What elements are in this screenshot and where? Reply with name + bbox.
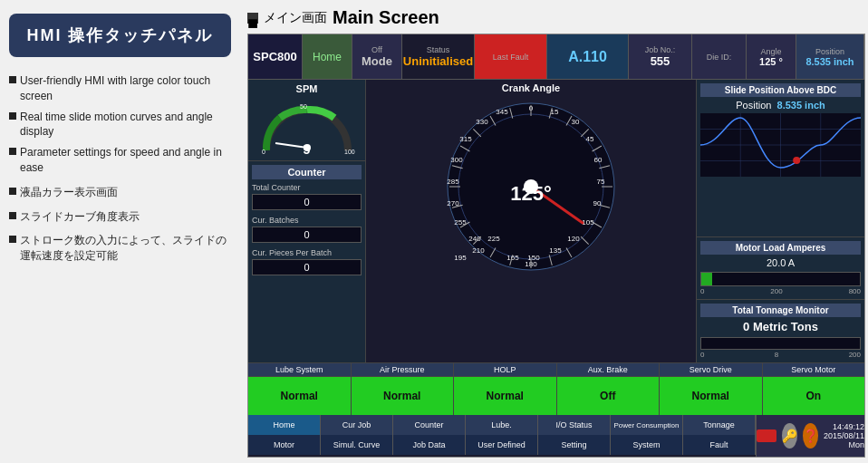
- nav-system[interactable]: System: [611, 435, 683, 455]
- servo-drive-value: Normal: [660, 377, 762, 415]
- red-indicator: [757, 429, 776, 442]
- spm-section: SPM 0 100 50: [248, 80, 365, 161]
- spm-gauge: 0 100 50 5: [257, 98, 357, 157]
- slide-pos-value: Position 8.535 inch: [700, 100, 861, 111]
- nav-power[interactable]: Power Consumption: [611, 415, 683, 435]
- bullet-sq-1: [9, 76, 16, 83]
- motor-bar: [700, 272, 861, 286]
- timestamp: 14:49:12 2015/08/11 Mon: [824, 422, 864, 449]
- total-counter-value[interactable]: 0: [252, 194, 362, 210]
- svg-text:195: 195: [454, 254, 467, 262]
- nav-fault[interactable]: Fault: [683, 435, 756, 455]
- pieces-value[interactable]: 0: [252, 259, 362, 275]
- nav-tonnage[interactable]: Tonnage: [683, 415, 756, 435]
- tonnage-title: Total Tonnage Monitor: [700, 304, 861, 317]
- svg-text:120: 120: [567, 235, 580, 243]
- pieces-label: Cur. Pieces Per Batch: [252, 248, 362, 257]
- crank-gauge-svg: 0 15 30 45 60 75 90: [440, 96, 622, 277]
- nav-row-1: Home Cur Job Counter Lube. I/O Status Po…: [248, 415, 756, 435]
- key-icon[interactable]: 🔑: [782, 423, 797, 449]
- holp-value: Normal: [454, 377, 556, 415]
- die-id-cell: Die ID:: [692, 34, 747, 79]
- motor-section: Motor Load Amperes 20.0 A 0 200 800: [697, 237, 864, 300]
- screen-header: ■ メイン画面 Main Screen: [247, 7, 865, 28]
- col-middle: Crank Angle 0 15: [366, 80, 697, 362]
- spm-title: SPM: [296, 83, 318, 94]
- svg-text:0: 0: [262, 149, 265, 155]
- header-jp-text: メイン画面: [264, 10, 327, 26]
- svg-text:315: 315: [459, 135, 472, 143]
- motor-title: Motor Load Amperes: [700, 241, 861, 255]
- nav-lube[interactable]: Lube.: [466, 415, 538, 435]
- counter-title: Counter: [252, 165, 362, 179]
- brake-value: Off: [557, 377, 660, 415]
- svg-text:300: 300: [450, 156, 463, 164]
- nav-row-2: Motor Simul. Curve Job Data User Defined…: [248, 435, 756, 455]
- col-left: SPM 0 100 50: [248, 80, 366, 362]
- batches-value[interactable]: 0: [252, 227, 362, 243]
- nav-setting[interactable]: Setting: [538, 435, 611, 455]
- last-fault-cell: Last Fault: [475, 34, 547, 79]
- bullet-sq-3: [9, 148, 16, 155]
- motor-bar-labels: 0 200 800: [700, 287, 861, 295]
- spc800-label: SPC800: [248, 34, 303, 79]
- status-cell: Status Uninitialised: [402, 34, 475, 79]
- bullet-sq-6: [9, 236, 16, 243]
- servo-motor-title: Servo Motor: [763, 363, 865, 377]
- svg-text:100: 100: [344, 149, 355, 155]
- a110-cell: A.110: [547, 34, 629, 79]
- home-button[interactable]: Home: [303, 34, 352, 79]
- help-icon[interactable]: ❓: [803, 423, 818, 449]
- svg-text:285: 285: [447, 178, 459, 186]
- svg-text:45: 45: [586, 135, 594, 143]
- nav-job-data[interactable]: Job Data: [393, 435, 466, 455]
- status-servo-motor: Servo Motor On: [763, 363, 865, 415]
- left-panel: HMI 操作タッチパネル User-friendly HMI with larg…: [0, 0, 240, 463]
- status-holp: HOLP Normal: [454, 363, 557, 415]
- svg-text:330: 330: [476, 118, 488, 126]
- nav-home[interactable]: Home: [248, 415, 321, 435]
- screen-title: Main Screen: [333, 7, 439, 28]
- nav-motor[interactable]: Motor: [248, 435, 321, 455]
- lube-value: Normal: [248, 377, 351, 415]
- crank-gauge: 0 15 30 45 60 75 90: [440, 96, 622, 277]
- svg-text:90: 90: [593, 199, 602, 207]
- bottom-right: 🔑 ❓ 14:49:12 2015/08/11 Mon: [756, 415, 864, 457]
- svg-text:60: 60: [594, 156, 603, 164]
- middle-row: SPM 0 100 50: [248, 80, 864, 362]
- slide-pos-section: Slide Position Above BDC Position 8.535 …: [697, 80, 864, 237]
- nav-simul[interactable]: Simul. Curve: [321, 435, 393, 455]
- status-air: Air Pressure Normal: [352, 363, 455, 415]
- air-value: Normal: [352, 377, 454, 415]
- svg-text:50: 50: [300, 103, 307, 110]
- counter-section: Counter Total Counter 0 Cur. Batches 0 C…: [248, 161, 365, 362]
- svg-text:125°: 125°: [510, 182, 552, 205]
- col-right: Slide Position Above BDC Position 8.535 …: [697, 80, 864, 362]
- bullet-sq-4: [9, 188, 16, 195]
- bullet-4: 液晶カラー表示画面: [9, 185, 231, 200]
- position-cell: Position 8.535 inch: [796, 34, 864, 79]
- total-counter-field: Total Counter 0: [252, 183, 362, 210]
- bullet-1: User-friendly HMI with large color touch…: [9, 73, 231, 104]
- svg-text:210: 210: [472, 246, 485, 255]
- motor-bar-fill: [701, 273, 712, 285]
- tonnage-bar-labels: 0 8 200: [700, 351, 861, 359]
- bullet-group-2: 液晶カラー表示画面: [9, 185, 231, 200]
- air-title: Air Pressure: [352, 363, 454, 377]
- nav-cur-job[interactable]: Cur Job: [321, 415, 393, 435]
- nav-user-defined[interactable]: User Defined: [466, 435, 538, 455]
- status-lube: Lube System Normal: [248, 363, 352, 415]
- tonnage-section: Total Tonnage Monitor 0 Metric Tons 0 8 …: [697, 300, 864, 362]
- bullet-3: Parameter settings for speed and angle i…: [9, 145, 231, 176]
- off-mode-cell: Off Mode: [352, 34, 402, 79]
- batches-label: Cur. Batches: [252, 216, 362, 225]
- top-bar: SPC800 Home Off Mode Status Uninitialise…: [248, 34, 864, 80]
- svg-line-3: [275, 143, 307, 148]
- svg-point-65: [793, 157, 800, 164]
- nav-io[interactable]: I/O Status: [538, 415, 611, 435]
- svg-text:165: 165: [506, 254, 519, 262]
- svg-text:345: 345: [496, 108, 508, 116]
- nav-counter[interactable]: Counter: [393, 415, 466, 435]
- bullet-5: スライドカーブ角度表示: [9, 209, 231, 225]
- bullet-6: ストローク数の入力によって、スライドの運転速度を設定可能: [9, 233, 231, 264]
